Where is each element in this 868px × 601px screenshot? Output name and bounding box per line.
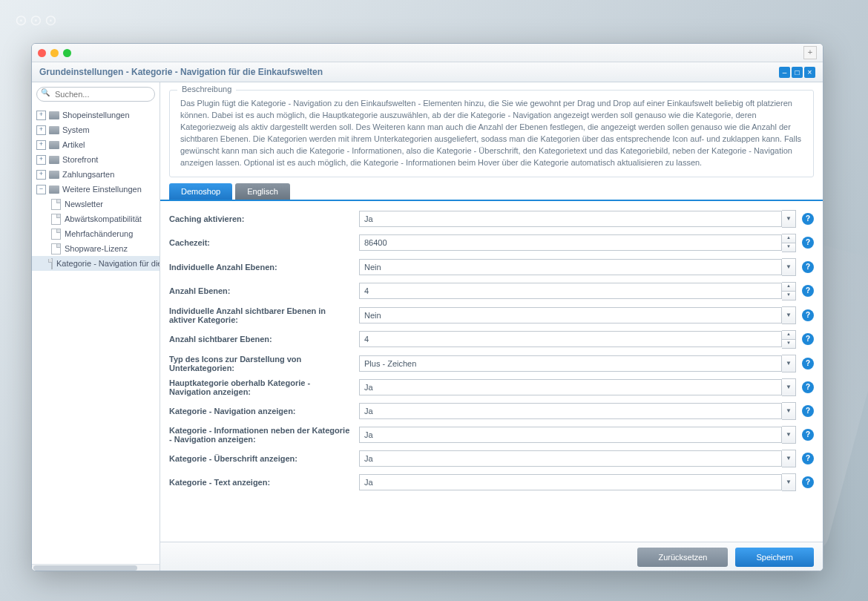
tree-label: System (62, 125, 90, 134)
folder-icon (49, 185, 59, 194)
tree-folder[interactable]: +Artikel (32, 137, 160, 152)
expander-icon[interactable]: + (36, 155, 46, 165)
help-icon[interactable]: ? (802, 381, 814, 393)
folder-icon (49, 111, 59, 119)
folder-icon (49, 171, 59, 179)
field-label: Cachezeit: (169, 238, 359, 247)
tree-page[interactable]: Kategorie - Navigation für die E (32, 256, 160, 271)
tree-page[interactable]: Mehrfachänderung (32, 226, 160, 241)
tree-label: Kategorie - Navigation für die E (56, 259, 160, 268)
field-label: Individuelle Anzahl Ebenen: (169, 263, 359, 272)
tree-page[interactable]: Abwärtskompatibilität (32, 211, 160, 226)
description-text: Das Plugin fügt die Kategorie - Navigati… (180, 98, 803, 169)
field-input[interactable] (359, 234, 782, 251)
tree-label: Storefront (62, 155, 98, 164)
page-icon (51, 258, 53, 269)
expander-icon[interactable]: + (36, 140, 46, 150)
field-input[interactable] (359, 450, 782, 467)
spinner-up-icon[interactable]: ▲ (782, 282, 796, 292)
close-icon[interactable] (38, 49, 46, 57)
titlebar: + (32, 44, 823, 62)
field-input[interactable] (359, 355, 782, 372)
field-input[interactable] (359, 427, 782, 443)
spinner-up-icon[interactable]: ▲ (782, 234, 796, 243)
spinner-down-icon[interactable]: ▼ (782, 340, 796, 349)
help-icon[interactable]: ? (802, 476, 814, 488)
help-icon[interactable]: ? (802, 405, 814, 417)
field-input[interactable] (359, 474, 782, 490)
add-tab-button[interactable]: + (803, 46, 817, 59)
tree-label: Shopware-Lizenz (65, 244, 128, 253)
settings-form: Caching aktivieren: ▼?Cachezeit: ▲▼?Indi… (160, 201, 823, 542)
tree-folder[interactable]: +Storefront (32, 152, 160, 167)
help-icon[interactable]: ? (802, 429, 814, 441)
tree-page[interactable]: Shopware-Lizenz (32, 241, 160, 256)
spinner-down-icon[interactable]: ▼ (782, 292, 796, 300)
dropdown-trigger-icon[interactable]: ▼ (782, 355, 796, 372)
field-label: Kategorie - Navigation anzeigen: (169, 407, 359, 416)
dropdown-trigger-icon[interactable]: ▼ (782, 306, 796, 324)
field-input[interactable] (359, 331, 782, 347)
field-input[interactable] (359, 403, 782, 419)
minimize-icon[interactable] (50, 49, 59, 57)
nav-tree: +Shopeinstellungen+System+Artikel+Storef… (32, 106, 160, 272)
tab-englisch[interactable]: Englisch (235, 183, 290, 200)
expander-icon[interactable]: + (36, 125, 46, 135)
dropdown-trigger-icon[interactable]: ▼ (782, 210, 796, 228)
field-label: Caching aktivieren: (169, 214, 359, 223)
tree-folder[interactable]: +Zahlungsarten (32, 167, 160, 182)
dropdown-trigger-icon[interactable]: ▼ (782, 258, 796, 276)
help-icon[interactable]: ? (802, 333, 814, 345)
tree-folder[interactable]: +Shopeinstellungen (32, 108, 160, 122)
field-input[interactable] (359, 259, 782, 275)
window-minimize-icon[interactable]: – (779, 67, 790, 78)
field-input[interactable] (359, 307, 782, 324)
reset-button[interactable]: Zurücksetzen (637, 548, 728, 567)
tree-folder[interactable]: +System (32, 122, 160, 137)
horizontal-scrollbar[interactable] (32, 564, 160, 571)
tree-label: Shopeinstellungen (62, 111, 130, 119)
field-label: Individuelle Anzahl sichtbarer Ebenen in… (169, 306, 359, 324)
window-close-icon[interactable]: × (804, 67, 815, 78)
search-input[interactable] (36, 87, 155, 102)
tree-label: Newsletter (65, 200, 103, 208)
dropdown-trigger-icon[interactable]: ▼ (782, 402, 796, 420)
page-icon (51, 243, 61, 254)
window-title: Grundeinstellungen - Kategorie - Navigat… (39, 67, 323, 77)
spinner-up-icon[interactable]: ▲ (782, 330, 796, 340)
spinner-down-icon[interactable]: ▼ (782, 243, 796, 252)
window-header: Grundeinstellungen - Kategorie - Navigat… (32, 62, 823, 82)
zoom-icon[interactable] (63, 49, 71, 57)
field-input[interactable] (359, 211, 782, 227)
tree-folder[interactable]: −Weitere Einstellungen (32, 182, 160, 197)
help-icon[interactable]: ? (802, 358, 814, 370)
dropdown-trigger-icon[interactable]: ▼ (782, 378, 796, 396)
tree-page[interactable]: Newsletter (32, 197, 160, 211)
tree-label: Weitere Einstellungen (62, 185, 142, 194)
folder-icon (49, 156, 59, 164)
dropdown-trigger-icon[interactable]: ▼ (782, 473, 796, 491)
save-button[interactable]: Speichern (735, 548, 814, 567)
help-icon[interactable]: ? (802, 309, 814, 321)
expander-icon[interactable]: + (36, 170, 46, 180)
dropdown-trigger-icon[interactable]: ▼ (782, 426, 796, 444)
help-icon[interactable]: ? (802, 213, 814, 225)
expander-icon[interactable]: + (36, 111, 46, 120)
help-icon[interactable]: ? (802, 453, 814, 464)
field-label: Hauptkategorie oberhalb Kategorie - Navi… (169, 378, 359, 396)
help-icon[interactable]: ? (802, 237, 814, 249)
field-label: Kategorie - Informationen neben der Kate… (169, 426, 359, 444)
help-icon[interactable]: ? (802, 285, 814, 297)
description-legend: Beschreibung (177, 85, 236, 93)
dropdown-trigger-icon[interactable]: ▼ (782, 450, 796, 467)
expander-icon[interactable]: − (36, 185, 46, 194)
field-input[interactable] (359, 283, 782, 299)
tree-label: Abwärtskompatibilität (65, 214, 142, 223)
tab-demoshop[interactable]: Demoshop (169, 183, 232, 200)
settings-window: + Grundeinstellungen - Kategorie - Navig… (31, 43, 823, 571)
field-input[interactable] (359, 379, 782, 395)
help-icon[interactable]: ? (802, 261, 814, 273)
window-maximize-icon[interactable]: □ (792, 67, 803, 78)
field-label: Typ des Icons zur Darstellung von Unterk… (169, 355, 359, 372)
tree-label: Artikel (62, 140, 85, 149)
